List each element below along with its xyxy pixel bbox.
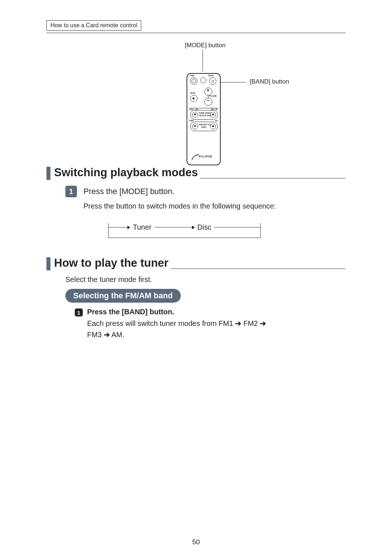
section-intro: Select the tuner mode first. bbox=[65, 275, 346, 284]
flow-line bbox=[214, 227, 261, 227]
pill-label: TUNE·SEEK TRACK·APS bbox=[199, 112, 209, 117]
pwr-label: PWR bbox=[190, 74, 195, 77]
chevron-up-icon bbox=[210, 112, 216, 118]
preset-disc-pill: PRESET·CH DISC bbox=[190, 122, 218, 131]
heading-accent bbox=[46, 257, 50, 270]
tune-seek-pill: TUNE·SEEK TRACK·APS bbox=[190, 110, 218, 120]
flow-node-tuner: Tuner bbox=[133, 223, 152, 231]
mute-button-icon bbox=[190, 95, 197, 102]
chevron-down-icon bbox=[192, 112, 198, 118]
flow-node-disc: Disc bbox=[197, 223, 212, 231]
band-button-callout: [BAND] button bbox=[250, 78, 289, 85]
brand-logo: ECLIPSE bbox=[192, 154, 215, 160]
band-button-icon bbox=[209, 77, 216, 85]
remote-control-outline: PWR BAND VOLUME MUTE DISC - DN DN · UP T… bbox=[187, 73, 221, 165]
row-label: EQ bbox=[215, 120, 218, 122]
mode-button-callout: [MODE] button bbox=[185, 42, 225, 49]
step-instruction: Press the [MODE] button. bbox=[83, 186, 175, 196]
step-row: 1 Press the [MODE] button. bbox=[65, 186, 346, 197]
right-arrow-icon: ➔ bbox=[235, 318, 241, 329]
substep-row: 1 Press the [BAND] button. bbox=[75, 308, 331, 316]
flow-line bbox=[108, 238, 261, 238]
pwr-button-icon bbox=[190, 77, 197, 85]
flow-line bbox=[260, 223, 261, 238]
subsection-pill: Selecting the FM/AM band bbox=[65, 289, 181, 303]
step-description: Press the button to switch modes in the … bbox=[83, 201, 342, 211]
text-fragment: Each press will switch tuner modes from … bbox=[87, 319, 235, 327]
page-number: 50 bbox=[0, 538, 392, 546]
header-rule bbox=[46, 33, 346, 33]
text-fragment: FM2 bbox=[241, 319, 260, 327]
text-fragment: FM3 bbox=[87, 331, 104, 339]
band-label: BAND bbox=[208, 74, 213, 77]
substep-heading: Press the [BAND] button. bbox=[87, 308, 174, 316]
mode-sequence-diagram: Tuner Disc bbox=[108, 219, 261, 245]
volume-up-icon bbox=[204, 88, 212, 96]
substep-body: Each press will switch tuner modes from … bbox=[87, 318, 331, 340]
heading-accent bbox=[46, 167, 50, 180]
volume-down-icon bbox=[204, 98, 212, 106]
section-title: How to play the tuner bbox=[54, 257, 168, 270]
mute-label: MUTE bbox=[190, 92, 195, 94]
substep-number-badge: 1 bbox=[75, 308, 83, 316]
chevron-up-icon bbox=[210, 124, 216, 129]
breadcrumb: How to use a Card remote control bbox=[46, 20, 141, 31]
heading-rule bbox=[200, 178, 346, 178]
arrow-icon bbox=[155, 227, 195, 227]
section-title: Switching playback modes bbox=[54, 166, 198, 180]
brand-logo-text: ECLIPSE bbox=[199, 155, 212, 158]
right-arrow-icon: ➔ bbox=[104, 329, 110, 340]
arrow-icon bbox=[108, 227, 130, 227]
pill-label: PRESET·CH DISC bbox=[199, 124, 209, 129]
manual-page: How to use a Card remote control [MODE] … bbox=[0, 0, 392, 557]
heading-rule bbox=[171, 269, 346, 269]
callout-line bbox=[203, 50, 203, 72]
step-number-badge: 1 bbox=[65, 186, 77, 197]
section-heading: How to play the tuner bbox=[46, 257, 346, 270]
text-fragment: AM. bbox=[110, 331, 124, 339]
row-label: SKIP bbox=[189, 120, 194, 122]
pause-button-icon bbox=[200, 77, 206, 83]
remote-diagram: [MODE] button [BAND] button PWR BAND VOL… bbox=[46, 42, 346, 162]
section-heading: Switching playback modes bbox=[46, 166, 346, 180]
right-arrow-icon: ➔ bbox=[260, 318, 266, 329]
volume-label: VOLUME bbox=[209, 95, 217, 97]
chevron-down-icon bbox=[192, 124, 198, 129]
